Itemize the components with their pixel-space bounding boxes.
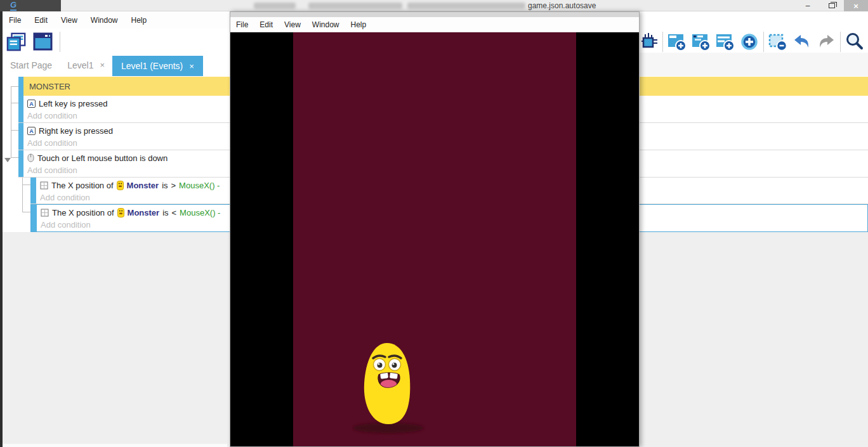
menu-file[interactable]: File	[9, 16, 21, 25]
menu-window[interactable]: Window	[91, 16, 118, 25]
restore-icon	[829, 3, 835, 8]
preview-window[interactable]: File Edit View Window Help	[230, 11, 640, 447]
expression: MouseX() -	[179, 181, 220, 190]
tab-start-page[interactable]: Start Page	[3, 54, 60, 76]
operator: >	[171, 181, 176, 190]
event-color-bar	[18, 96, 23, 122]
monster-object-icon	[117, 181, 124, 190]
minimize-button[interactable]: –	[796, 0, 820, 11]
menu-edit[interactable]: Edit	[34, 16, 48, 25]
window-controls: – ×	[796, 0, 868, 11]
tab-label: Level1 (Events)	[121, 61, 183, 71]
event-color-bar	[30, 178, 36, 204]
tab-label: Level1	[67, 60, 93, 70]
preview-title-strip	[230, 12, 639, 17]
position-icon	[40, 181, 48, 190]
keyboard-key-icon: A	[27, 100, 36, 108]
tree-line	[22, 212, 30, 212]
tree-line	[11, 103, 18, 103]
preview-menu-window[interactable]: Window	[312, 20, 339, 29]
tab-close-icon[interactable]: ×	[100, 60, 105, 70]
tree-expander-icon[interactable]	[4, 158, 11, 162]
game-stage	[293, 32, 576, 446]
condition-text: The X position of	[51, 181, 114, 190]
preview-menu-view[interactable]: View	[284, 20, 301, 29]
gdevelop-window: G game.json.autosave – × File Edit View …	[0, 0, 868, 447]
position-icon	[41, 209, 49, 217]
toolbar-separator	[60, 32, 60, 52]
restore-button[interactable]	[820, 0, 844, 11]
tree-line	[11, 86, 18, 87]
expression: MouseX() -	[180, 208, 220, 217]
add-event-icon[interactable]	[667, 32, 687, 52]
game-viewport[interactable]	[230, 32, 639, 446]
condition-text: Touch or Left mouse button is down	[37, 153, 168, 163]
chip-icon[interactable]	[638, 32, 659, 52]
keyboard-key-icon: A	[27, 127, 36, 135]
event-color-bar	[18, 77, 23, 96]
title-bar: G game.json.autosave – ×	[0, 0, 868, 11]
preview-menu-edit[interactable]: Edit	[260, 20, 273, 29]
toolbar-separator	[840, 32, 841, 52]
object-name: Monster	[127, 181, 159, 190]
mouse-icon	[27, 153, 34, 162]
project-manager-icon[interactable]	[6, 32, 27, 52]
condition-text: Left key is pressed	[39, 99, 107, 108]
event-color-bar	[31, 205, 37, 231]
operator: <	[172, 208, 177, 217]
redo-icon[interactable]	[816, 32, 836, 52]
preview-menu-help[interactable]: Help	[351, 20, 367, 29]
condition-text: Right key is pressed	[39, 126, 113, 136]
add-subevent-icon[interactable]	[691, 32, 711, 52]
monster-sprite	[352, 340, 435, 436]
add-comment-icon[interactable]	[715, 32, 735, 52]
tree-line	[22, 185, 30, 185]
tree-line	[11, 86, 11, 157]
close-button[interactable]: ×	[844, 0, 868, 11]
toolbar-separator	[763, 32, 764, 52]
scene-window-icon[interactable]	[33, 32, 53, 52]
condition-text: is	[162, 181, 168, 190]
condition-text: is	[162, 208, 168, 217]
right-panel-filler	[639, 53, 868, 77]
condition-text: The X position of	[52, 208, 114, 217]
tree-line	[11, 157, 18, 158]
menu-view[interactable]: View	[61, 16, 77, 25]
app-icon-block: G	[0, 0, 61, 11]
tab-close-icon[interactable]: ×	[189, 62, 194, 71]
toolbar-separator	[662, 32, 663, 52]
redacted-title-segment	[407, 3, 525, 9]
remove-event-icon[interactable]	[768, 32, 788, 52]
tab-label: Start Page	[10, 60, 52, 70]
tab-bar: Start Page Level1 × Level1 (Events) ×	[3, 54, 227, 76]
menu-help[interactable]: Help	[131, 16, 147, 25]
object-name: Monster	[128, 208, 160, 217]
tab-level1[interactable]: Level1 ×	[60, 54, 112, 76]
tab-level1-events[interactable]: Level1 (Events) ×	[112, 56, 203, 76]
event-color-bar	[18, 150, 23, 177]
toolbar-right	[638, 29, 865, 55]
redacted-title-segment	[308, 3, 402, 9]
event-color-bar	[18, 123, 23, 150]
monster-object-icon	[117, 208, 124, 217]
preview-menu-bar: File Edit View Window Help	[230, 17, 639, 32]
toolbar-left	[3, 29, 60, 55]
undo-icon[interactable]	[792, 32, 812, 52]
add-circle-icon[interactable]	[739, 32, 760, 52]
preview-menu-file[interactable]: File	[236, 20, 248, 29]
tree-line	[11, 130, 18, 131]
search-icon[interactable]	[845, 32, 865, 52]
window-title: game.json.autosave	[528, 1, 596, 10]
redacted-title-segment	[254, 3, 296, 9]
gdevelop-logo-icon: G	[10, 1, 16, 11]
events-sheet-footer	[3, 444, 227, 447]
